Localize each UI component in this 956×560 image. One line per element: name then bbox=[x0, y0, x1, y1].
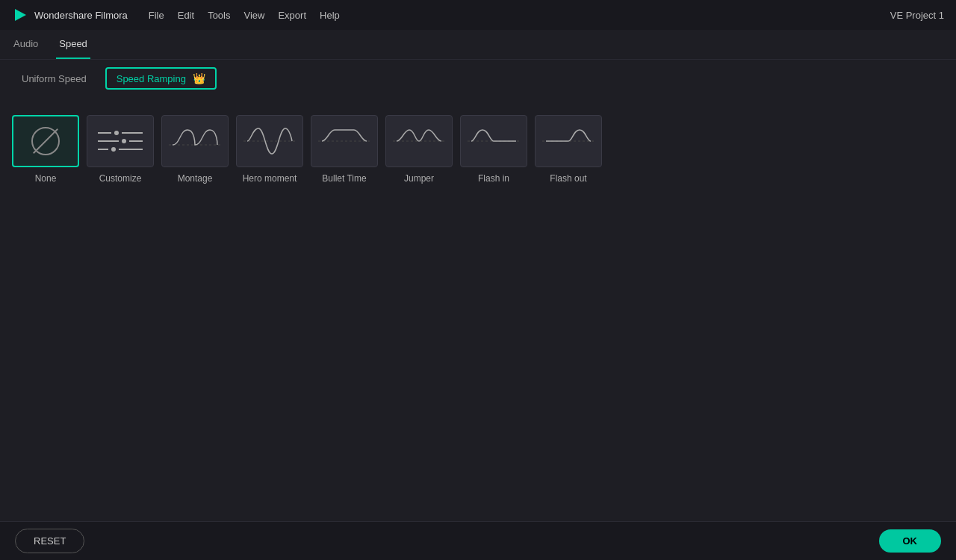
menu-help[interactable]: Help bbox=[320, 10, 340, 21]
preset-label-customize: Customize bbox=[99, 173, 142, 184]
title-bar: Wondershare Filmora File Edit Tools View… bbox=[0, 0, 956, 30]
menu-view[interactable]: View bbox=[243, 10, 264, 21]
tab-audio[interactable]: Audio bbox=[10, 30, 41, 59]
preset-label-none: None bbox=[35, 173, 57, 184]
preset-jumper[interactable]: Jumper bbox=[385, 115, 453, 184]
svg-marker-0 bbox=[15, 9, 26, 21]
preset-label-flash-out: Flash out bbox=[550, 173, 586, 184]
preset-hero-moment[interactable]: Hero moment bbox=[236, 115, 303, 184]
preset-card-flash-in[interactable] bbox=[460, 115, 527, 167]
preset-label-jumper: Jumper bbox=[404, 173, 434, 184]
title-bar-left: Wondershare Filmora File Edit Tools View… bbox=[12, 7, 340, 23]
preset-label-hero-moment: Hero moment bbox=[243, 173, 297, 184]
hero-moment-curve-icon bbox=[243, 122, 296, 160]
flash-in-curve-icon bbox=[468, 122, 520, 160]
bullet-time-curve-icon bbox=[318, 122, 370, 160]
jumper-curve-icon bbox=[393, 122, 445, 160]
subtabs-row: Uniform Speed Speed Ramping 👑 bbox=[0, 60, 956, 97]
preset-card-montage[interactable] bbox=[161, 115, 229, 167]
subtab-uniform-speed[interactable]: Uniform Speed bbox=[10, 68, 98, 90]
project-title: VE Project 1 bbox=[890, 10, 944, 21]
menu-edit[interactable]: Edit bbox=[178, 10, 194, 21]
ok-button[interactable]: OK bbox=[879, 529, 942, 553]
none-icon bbox=[31, 127, 60, 155]
preset-card-hero-moment[interactable] bbox=[236, 115, 303, 167]
preset-flash-in[interactable]: Flash in bbox=[460, 115, 527, 184]
content-area: None bbox=[0, 97, 956, 202]
preset-flash-out[interactable]: Flash out bbox=[535, 115, 602, 184]
menu-file[interactable]: File bbox=[149, 10, 164, 21]
subtab-speed-ramping[interactable]: Speed Ramping 👑 bbox=[105, 67, 217, 90]
menu-bar: File Edit Tools View Export Help bbox=[149, 10, 340, 21]
preset-card-none[interactable] bbox=[12, 115, 79, 167]
bottom-bar: RESET OK bbox=[0, 521, 956, 560]
preset-none[interactable]: None bbox=[12, 115, 79, 184]
preset-montage[interactable]: Montage bbox=[161, 115, 229, 184]
app-name: Wondershare Filmora bbox=[34, 10, 128, 21]
reset-button[interactable]: RESET bbox=[15, 529, 84, 553]
tab-speed[interactable]: Speed bbox=[56, 30, 90, 59]
preset-label-montage: Montage bbox=[178, 173, 213, 184]
flash-out-curve-icon bbox=[542, 122, 595, 160]
customize-icon bbox=[95, 128, 146, 155]
preset-card-flash-out[interactable] bbox=[535, 115, 602, 167]
presets-grid: None bbox=[12, 108, 944, 191]
preset-customize[interactable]: Customize bbox=[87, 115, 154, 184]
crown-icon: 👑 bbox=[193, 72, 205, 84]
preset-card-customize[interactable] bbox=[87, 115, 154, 167]
preset-bullet-time[interactable]: Bullet Time bbox=[311, 115, 378, 184]
preset-label-bullet-time: Bullet Time bbox=[322, 173, 366, 184]
preset-card-jumper[interactable] bbox=[385, 115, 453, 167]
menu-tools[interactable]: Tools bbox=[208, 10, 230, 21]
preset-label-flash-in: Flash in bbox=[478, 173, 509, 184]
preset-card-bullet-time[interactable] bbox=[311, 115, 378, 167]
montage-curve-icon bbox=[169, 122, 221, 160]
main-tabs: Audio Speed bbox=[0, 30, 956, 60]
menu-export[interactable]: Export bbox=[278, 10, 306, 21]
app-logo bbox=[12, 7, 28, 23]
